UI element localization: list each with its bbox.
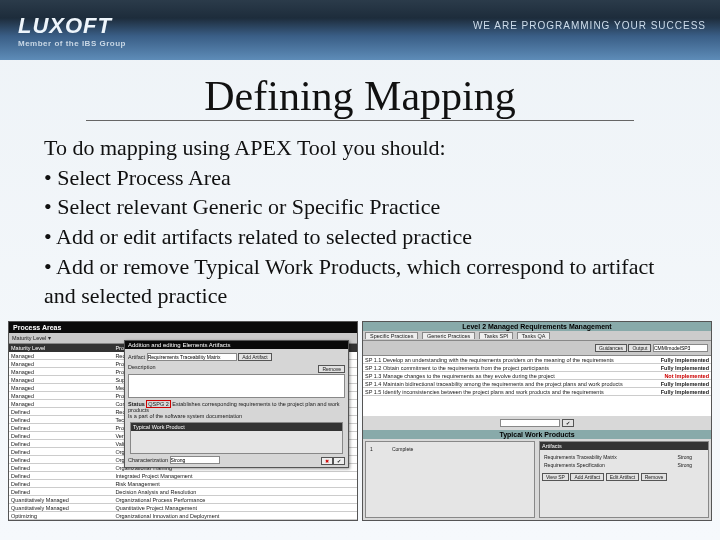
sp-row[interactable]: SP 1.1 Develop an understanding with the… — [363, 356, 711, 364]
tab-specific[interactable]: Specific Practices — [365, 332, 418, 339]
process-areas-window: Process Areas Maturity Level ▾ Maturity … — [8, 321, 358, 521]
level-titlebar: Level 2 Managed Requirements Management — [363, 322, 711, 331]
remove-button[interactable]: Remove — [318, 365, 345, 373]
slide-title: Defining Mapping — [86, 72, 633, 121]
artifact-dialog: Addition and editing Elements Artifacts … — [124, 340, 349, 468]
slide-body: To do mapping using APEX Tool you should… — [44, 133, 676, 311]
bullet-item: Select relevant Generic or Specific Prac… — [44, 192, 676, 222]
add-artifact-button[interactable]: Add Artifact — [238, 353, 272, 361]
sp-row[interactable]: SP 1.3 Manage changes to the requirement… — [363, 372, 711, 380]
table-row[interactable]: DefinedRisk Management — [9, 480, 357, 488]
sp-row[interactable]: SP 1.4 Maintain bidirectional traceabili… — [363, 380, 711, 388]
output-button[interactable]: Output — [628, 344, 651, 352]
tab-qa[interactable]: Tasks QA — [517, 332, 551, 339]
artifact-row: Requirements SpecificationStrong — [544, 462, 704, 468]
table-row[interactable]: DefinedIntegrated Project Management — [9, 472, 357, 480]
status-note: Is a part of the software system documen… — [128, 413, 345, 419]
guidances-button[interactable]: Guidances — [595, 344, 627, 352]
logo-text: LUXOFT — [18, 13, 112, 38]
intro-line: To do mapping using APEX Tool you should… — [44, 133, 676, 163]
view-sp-button[interactable]: View SP — [542, 473, 569, 481]
col-header: Maturity Level — [9, 344, 113, 352]
ok-icon[interactable]: ✔ — [333, 457, 345, 465]
tab-generic[interactable]: Generic Practices — [422, 332, 475, 339]
dialog-title: Addition and editing Elements Artifacts — [125, 341, 348, 349]
characterization-label: Characterization — [128, 457, 168, 463]
table-row[interactable]: OptimizingOrganizational Innovation and … — [9, 512, 357, 520]
description-textarea[interactable] — [128, 374, 345, 398]
add-artifact-button[interactable]: Add Artifact — [570, 473, 604, 481]
remove-button[interactable]: Remove — [641, 473, 668, 481]
artifact-input[interactable] — [147, 353, 237, 361]
tagline: WE ARE PROGRAMMING YOUR SUCCESS — [473, 20, 706, 31]
twp-label: Typical Work Product — [131, 423, 342, 431]
table-row[interactable]: Quantitatively ManagedOrganizational Pro… — [9, 496, 357, 504]
accept-icon[interactable]: ✔ — [562, 419, 574, 427]
twp-title: Typical Work Products — [363, 430, 711, 439]
table-row[interactable]: OptimizingCausal Analysis and Resolution — [9, 520, 357, 521]
model-field[interactable] — [653, 344, 708, 352]
logo: LUXOFT Member of the IBS Group — [18, 13, 126, 48]
window-titlebar: Process Areas — [9, 322, 357, 333]
screenshots-row: Process Areas Maturity Level ▾ Maturity … — [8, 321, 712, 521]
table-row[interactable]: Quantitatively ManagedQuantitative Proje… — [9, 504, 357, 512]
cancel-icon[interactable]: ✖ — [321, 457, 333, 465]
sp-row[interactable]: SP 1.5 Identify inconsistencies between … — [363, 388, 711, 396]
table-row[interactable]: DefinedDecision Analysis and Resolution — [9, 488, 357, 496]
status-value: QSPG 2 — [146, 400, 170, 408]
logo-subtext: Member of the IBS Group — [18, 39, 126, 48]
artifacts-title: Artifacts — [540, 442, 708, 450]
twp-row: 1 Complete — [370, 446, 530, 452]
bullet-item: Select Process Area — [44, 163, 676, 193]
characterization-input[interactable] — [170, 456, 220, 464]
sp-row[interactable]: SP 1.2 Obtain commitment to the requirem… — [363, 364, 711, 372]
description-label: Description — [128, 364, 156, 370]
tab-spi[interactable]: Tasks SPI — [479, 332, 513, 339]
bullet-item: Add or remove Typical Work Products, whi… — [44, 252, 676, 311]
tab-row: Specific Practices Generic Practices Tas… — [363, 331, 711, 341]
brand-header: LUXOFT Member of the IBS Group WE ARE PR… — [0, 0, 720, 60]
filter-input[interactable] — [500, 419, 560, 427]
artifact-row: Requirements Traceability MatrixStrong — [544, 454, 704, 460]
bullet-item: Add or edit artifacts related to selecte… — [44, 222, 676, 252]
edit-artifact-button[interactable]: Edit Artifact — [606, 473, 639, 481]
bullet-list: Select Process Area Select relevant Gene… — [44, 163, 676, 311]
artifact-label: Artifact — [128, 354, 145, 360]
practices-window: Level 2 Managed Requirements Management … — [362, 321, 712, 521]
